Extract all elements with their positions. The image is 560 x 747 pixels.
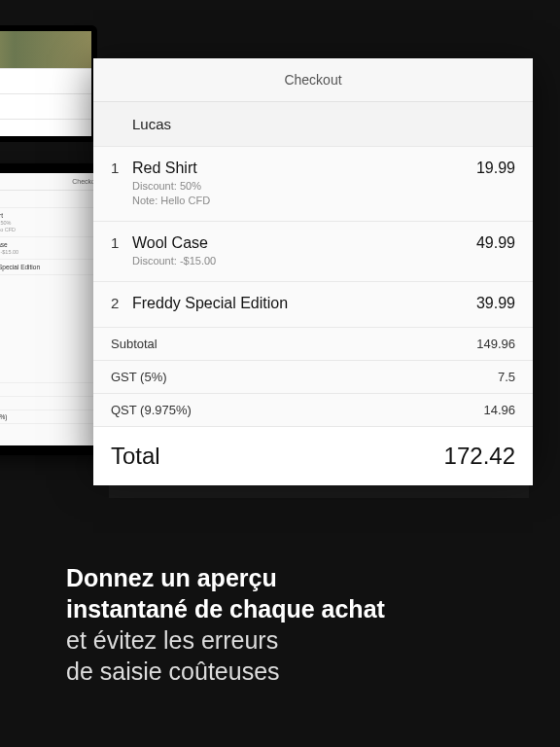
caption-line-4: de saisie coûteuses — [66, 658, 280, 685]
item-price: 49.99 — [476, 234, 515, 268]
item-discount: Discount: 50% — [132, 179, 476, 194]
line-item[interactable]: 1 Red Shirt Discount: 50% Note: Hello CF… — [93, 147, 533, 222]
marketing-caption: Donnez un aperçu instantané de chaque ac… — [66, 562, 494, 687]
item-qty: 1 — [111, 234, 132, 268]
item-price: 39.99 — [476, 295, 515, 314]
line-item[interactable]: 1 Wool Case Discount: -$15.00 49.99 — [93, 222, 533, 282]
item-name: Wool Case — [132, 234, 476, 252]
tax-row-qst: QST (9.975%) 14.96 — [93, 394, 533, 427]
item-note: Note: Hello CFD — [132, 194, 476, 208]
item-qty: 2 — [111, 295, 132, 314]
line-item[interactable]: 2 Freddy Special Edition 39.99 — [93, 282, 533, 328]
item-name: Red Shirt — [132, 160, 476, 177]
subtotal-label: Subtotal — [111, 337, 158, 351]
item-price: 19.99 — [476, 160, 515, 208]
qst-label: QST (9.975%) — [111, 403, 192, 417]
total-label: Total — [111, 443, 160, 470]
item-discount: Discount: -$15.00 — [132, 254, 476, 268]
gst-label: GST (5%) — [111, 370, 167, 384]
caption-line-3: et évitez les erreurs — [66, 626, 278, 654]
background-device-1 — [0, 25, 97, 142]
item-qty: 1 — [111, 160, 132, 208]
checkout-header: Checkout — [93, 58, 533, 102]
caption-bold-2: instantané de chaque achat — [66, 595, 385, 622]
total-row: Total 172.42 — [93, 427, 533, 485]
customer-name: Lucas — [93, 102, 533, 147]
checkout-panel: Checkout Lucas 1 Red Shirt Discount: 50%… — [93, 58, 533, 465]
item-name: Freddy Special Edition — [132, 295, 476, 312]
subtotal-value: 149.96 — [476, 337, 515, 351]
qst-value: 14.96 — [483, 403, 515, 417]
gst-value: 7.5 — [498, 370, 515, 384]
subtotal-row: Subtotal 149.96 — [93, 328, 533, 361]
caption-bold-1: Donnez un aperçu — [66, 564, 277, 591]
total-value: 172.42 — [444, 443, 515, 470]
tax-row-gst: GST (5%) 7.5 — [93, 361, 533, 394]
